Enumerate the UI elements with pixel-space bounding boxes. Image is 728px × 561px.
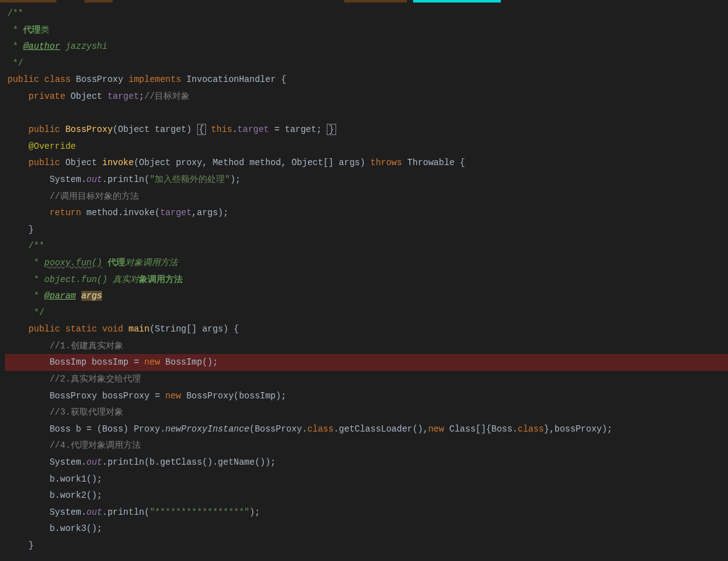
code-line: b.work2(); xyxy=(5,487,728,504)
code-line: //1.创建真实对象 xyxy=(5,338,728,355)
code-line: public static void main(String[] args) { xyxy=(5,321,728,338)
code-line: b.work1(); xyxy=(5,471,728,488)
code-line: public Object invoke(Object proxy, Metho… xyxy=(5,154,728,171)
code-line: b.work3(); xyxy=(5,520,728,537)
code-line: return method.invoke(target,args); xyxy=(5,205,728,221)
code-line: Boss b = (Boss) Proxy.newProxyInstance(B… xyxy=(5,421,728,438)
code-line: BossProxy bossProxy = new BossProxy(boss… xyxy=(5,388,728,405)
code-line-highlighted: BossImp bossImp = new BossImp(); xyxy=(5,354,728,371)
code-line: @Override xyxy=(5,138,728,155)
code-line: System.out.println("*****************"); xyxy=(5,504,728,521)
code-line: * pooxy.fun() 代理对象调用方法 xyxy=(5,255,728,271)
code-line: //调用目标对象的方法 xyxy=(5,188,728,205)
code-line: private Object target;//目标对象 xyxy=(5,88,728,105)
code-line: * @author jazzyshi xyxy=(5,38,728,55)
code-line: public class BossProxy implements Invoca… xyxy=(5,71,728,88)
code-line: */ xyxy=(5,305,728,321)
code-line: } xyxy=(5,221,728,238)
code-line: System.out.println("加入些额外的处理"); xyxy=(5,171,728,188)
code-line: /** xyxy=(5,238,728,255)
code-line: */ xyxy=(5,55,728,72)
code-line: public BossProxy(Object target) { this.t… xyxy=(5,121,728,138)
code-line: } xyxy=(5,537,728,554)
code-line: * 代理类 xyxy=(5,22,728,39)
code-line: //3.获取代理对象 xyxy=(5,404,728,421)
code-line: //4.代理对象调用方法 xyxy=(5,437,728,454)
code-line: * object.fun() 真实对象调用方法 xyxy=(5,271,728,288)
code-line: * @param args xyxy=(5,288,728,305)
code-line: System.out.println(b.getClass().getName(… xyxy=(5,454,728,471)
code-line xyxy=(5,105,728,122)
code-line: //2.真实对象交给代理 xyxy=(5,371,728,388)
code-line: /** xyxy=(5,5,728,22)
code-editor[interactable]: /** * 代理类 * @author jazzyshi */ public c… xyxy=(0,3,728,554)
